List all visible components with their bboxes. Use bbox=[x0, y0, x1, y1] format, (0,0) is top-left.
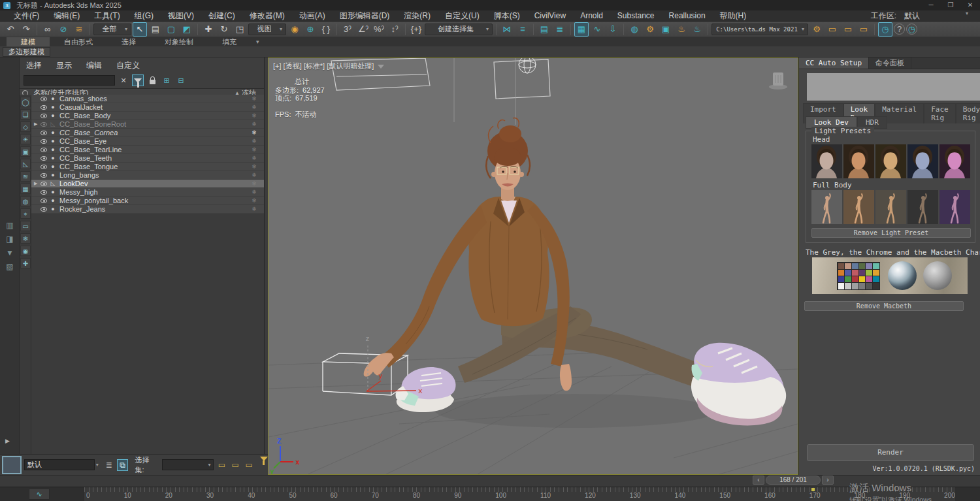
search-input[interactable] bbox=[24, 75, 115, 86]
explorer-menu-item[interactable]: 自定义 bbox=[116, 60, 140, 71]
scene-object-row[interactable]: ● CasualJacket ❄ bbox=[31, 103, 264, 112]
freeze-snowflake-icon[interactable]: ❄ bbox=[244, 121, 264, 127]
visibility-eye-icon[interactable] bbox=[41, 105, 47, 110]
edit-selection-set-icon[interactable]: ▭ bbox=[216, 459, 227, 471]
schematic-view-button[interactable]: ⇩ bbox=[606, 22, 620, 37]
current-frame-display[interactable]: 168 / 201 bbox=[766, 476, 821, 485]
viewport-layout-thumbnail[interactable] bbox=[2, 456, 22, 474]
reference-coordinate-dropdown[interactable]: 视图 ▾ bbox=[248, 24, 286, 35]
lock-icon[interactable] bbox=[146, 74, 158, 86]
maximize-button[interactable]: ❐ bbox=[941, 0, 960, 10]
menu-item[interactable]: 工具(T) bbox=[87, 10, 127, 21]
freeze-snowflake-icon[interactable]: ❄ bbox=[244, 197, 264, 204]
ribbon-more-icon[interactable]: ▾ bbox=[251, 37, 265, 46]
curve-editor-button[interactable]: ∿ bbox=[590, 22, 604, 37]
light-preset-body-thumbnail[interactable] bbox=[811, 190, 842, 224]
scene-object-row[interactable]: ● CC_Base_Body ❄ bbox=[31, 112, 264, 120]
remove-macbeth-button[interactable]: Remove Macbeth bbox=[804, 301, 964, 311]
cc-main-tab[interactable]: Face Rig bbox=[924, 103, 956, 123]
display-shapes-icon[interactable]: ◇ bbox=[20, 121, 31, 132]
previous-frame-button[interactable]: ‹ bbox=[753, 476, 764, 485]
autosave-toggle-button[interactable]: ◷ bbox=[878, 22, 892, 37]
panel-tab[interactable]: CC Auto Setup bbox=[799, 57, 869, 69]
track-bar[interactable]: ∿ 0 10 20 30 40 50 60 70 80 90 100 110 1… bbox=[0, 487, 980, 501]
display-groups-icon[interactable]: ▦ bbox=[20, 184, 31, 194]
mirror-button[interactable]: ⋈ bbox=[500, 22, 514, 37]
next-frame-button[interactable]: › bbox=[822, 476, 834, 485]
collapse-all-icon[interactable]: ⊟ bbox=[175, 74, 187, 86]
redo-icon[interactable]: ↷ bbox=[19, 22, 33, 37]
chevron-down-icon[interactable]: ▾ bbox=[96, 462, 99, 468]
select-by-name-button[interactable]: ▤ bbox=[148, 22, 163, 37]
expand-arrow-icon[interactable]: ▶ bbox=[34, 121, 41, 127]
select-object-button[interactable]: ↖ bbox=[133, 22, 147, 37]
display-geometry-icon[interactable]: ❏ bbox=[20, 109, 31, 120]
scene-object-row[interactable]: ● Long_bangs ❄ bbox=[31, 171, 264, 180]
unlink-selection-icon[interactable]: ⊘ bbox=[56, 22, 71, 37]
selection-set-dropdown[interactable]: ▾ bbox=[162, 459, 214, 470]
menu-item[interactable]: 渲染(R) bbox=[397, 10, 438, 21]
project-path-dropdown[interactable]: C:\Users\ta…ds Max 2021 ▾ bbox=[711, 24, 808, 35]
freeze-snowflake-icon[interactable]: ❄ bbox=[244, 146, 264, 153]
select-and-link-icon[interactable]: ∞ bbox=[41, 22, 55, 37]
menu-item[interactable]: 脚本(S) bbox=[487, 10, 527, 21]
bind-to-space-warp-icon[interactable]: ≋ bbox=[72, 22, 86, 37]
current-frame-marker[interactable] bbox=[811, 488, 815, 491]
visibility-eye-icon[interactable] bbox=[41, 148, 47, 152]
light-preset-head-thumbnail[interactable] bbox=[843, 144, 874, 178]
perspective-viewport[interactable]: z x y Z x y [+] [透视] [标准*] [默认明暗处理] 总计 多… bbox=[268, 57, 798, 475]
freeze-snowflake-icon[interactable]: ❄ bbox=[244, 138, 264, 144]
display-cameras-icon[interactable]: ▣ bbox=[20, 146, 31, 157]
freeze-snowflake-icon[interactable]: ❄ bbox=[244, 163, 264, 170]
scene-object-row[interactable]: ● CC_Base_TearLine ❄ bbox=[31, 146, 264, 154]
keyboard-override-button[interactable]: { } bbox=[319, 22, 333, 37]
help-button[interactable]: ? bbox=[894, 24, 905, 35]
clear-search-icon[interactable]: ✕ bbox=[118, 74, 129, 86]
select-and-move-button[interactable]: ✚ bbox=[201, 22, 216, 37]
scene-object-row[interactable]: ● CC_Base_Eye ❄ bbox=[31, 137, 264, 146]
scene-object-row[interactable]: ● Canvas_shoes ❄ bbox=[31, 95, 264, 103]
subtract-selection-set-icon[interactable]: ▭ bbox=[243, 459, 255, 471]
light-preset-body-thumbnail[interactable] bbox=[875, 190, 906, 224]
dock-expander-icon[interactable]: ▶ bbox=[5, 438, 10, 444]
menu-item[interactable]: 编辑(E) bbox=[46, 10, 87, 21]
freeze-snowflake-icon[interactable]: ❄ bbox=[244, 155, 264, 161]
menu-item[interactable]: 动画(A) bbox=[292, 10, 333, 21]
menu-item[interactable]: 自定义(U) bbox=[438, 10, 487, 21]
scene-object-row[interactable]: ● CC_Base_Teeth ❄ bbox=[31, 154, 264, 163]
visibility-eye-icon[interactable] bbox=[41, 139, 47, 144]
scene-object-row[interactable]: ● Messy_ponytail_back ❄ bbox=[31, 197, 264, 205]
select-and-rotate-button[interactable]: ↻ bbox=[217, 22, 231, 37]
display-lights-icon[interactable]: ☀ bbox=[20, 134, 31, 144]
cc-main-tab[interactable]: Body Rig bbox=[956, 103, 980, 123]
angle-snap-button[interactable]: ∠ˀ bbox=[356, 22, 370, 37]
scene-object-row[interactable]: ● CC_Base_Tongue ❄ bbox=[31, 163, 264, 171]
align-button[interactable]: ≡ bbox=[515, 22, 530, 37]
render-iterative-button[interactable]: ♨ bbox=[690, 22, 704, 37]
ribbon-tab[interactable]: 自由形式 bbox=[50, 37, 107, 46]
history-button[interactable]: ◷ bbox=[906, 24, 917, 35]
selection-lock-toggle-icon[interactable]: ⧉ bbox=[117, 459, 129, 471]
project-new-folder-icon[interactable]: ▭ bbox=[825, 22, 840, 37]
rendered-frame-button[interactable]: ▣ bbox=[659, 22, 673, 37]
window-crossing-button[interactable]: ◩ bbox=[180, 22, 194, 37]
menu-item[interactable]: CivilView bbox=[527, 10, 573, 21]
expand-arrow-icon[interactable]: ▶ bbox=[34, 181, 41, 186]
isolate-selection-icon[interactable]: ≣ bbox=[103, 459, 115, 471]
light-preset-body-thumbnail[interactable] bbox=[907, 190, 938, 224]
light-preset-head-thumbnail[interactable] bbox=[811, 144, 842, 178]
render-production-button[interactable]: ♨ bbox=[674, 22, 689, 37]
select-and-scale-button[interactable]: ◳ bbox=[233, 22, 247, 37]
display-xrefs-icon[interactable]: ◍ bbox=[20, 196, 31, 206]
left-dock-icon-1[interactable]: ▥ bbox=[4, 219, 16, 231]
selection-filter-icon[interactable] bbox=[260, 461, 268, 469]
ribbon-tab[interactable]: 填充 bbox=[208, 37, 251, 46]
menu-item[interactable]: Arnold bbox=[573, 10, 610, 21]
display-hidden-icon[interactable]: ◉ bbox=[20, 246, 31, 256]
visibility-eye-icon[interactable] bbox=[41, 199, 47, 203]
menu-item[interactable]: 图形编辑器(D) bbox=[333, 10, 397, 21]
display-space-warps-icon[interactable]: ≋ bbox=[20, 171, 31, 182]
named-selection-field[interactable] bbox=[24, 459, 95, 470]
display-bones-icon[interactable]: ⌖ bbox=[20, 208, 31, 219]
project-folder-settings-icon[interactable]: ⚙ bbox=[809, 22, 824, 37]
